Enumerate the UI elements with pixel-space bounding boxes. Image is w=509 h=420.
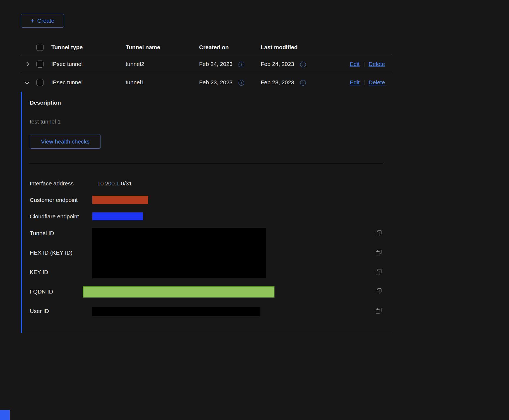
select-all-checkbox[interactable] bbox=[36, 44, 43, 51]
description-label: Description bbox=[30, 99, 61, 106]
row-actions: Edit|Delete bbox=[350, 55, 385, 73]
last-modified-info-icon[interactable]: i bbox=[300, 80, 306, 86]
header-tunnel-name: Tunnel name bbox=[126, 40, 160, 55]
edit-link[interactable]: Edit bbox=[350, 61, 360, 67]
cell-created-on: Feb 24, 2023i bbox=[199, 55, 244, 73]
actions-separator: | bbox=[363, 61, 365, 67]
cell-tunnel-name: tunnel2 bbox=[126, 55, 144, 73]
user-id-redaction bbox=[92, 307, 260, 316]
chevron-down-icon[interactable] bbox=[23, 78, 31, 86]
create-button[interactable]: + Create bbox=[21, 14, 64, 28]
fqdn-id-redaction bbox=[83, 286, 274, 298]
created-on-value: Feb 23, 2023 bbox=[199, 79, 233, 85]
row-checkbox[interactable] bbox=[36, 61, 43, 68]
edit-link[interactable]: Edit bbox=[350, 79, 360, 85]
last-modified-value: Feb 24, 2023 bbox=[261, 61, 294, 67]
ids-redaction-block bbox=[92, 228, 266, 278]
cloudflare-endpoint-label: Cloudflare endpoint bbox=[30, 213, 79, 220]
cell-tunnel-type: IPsec tunnel bbox=[51, 73, 83, 92]
user-id-label: User ID bbox=[30, 307, 49, 315]
view-health-checks-button[interactable]: View health checks bbox=[30, 135, 101, 149]
cell-last-modified: Feb 23, 2023i bbox=[261, 73, 306, 92]
copy-user-id-icon[interactable] bbox=[376, 308, 383, 315]
interface-address-label: Interface address bbox=[30, 180, 73, 187]
cell-created-on: Feb 23, 2023i bbox=[199, 73, 244, 92]
plus-icon: + bbox=[31, 17, 35, 24]
description-value: test tunnel 1 bbox=[30, 118, 61, 125]
copy-hex-id-icon[interactable] bbox=[376, 250, 383, 257]
create-button-label: Create bbox=[37, 18, 54, 24]
actions-separator: | bbox=[363, 79, 365, 85]
delete-link[interactable]: Delete bbox=[369, 61, 385, 67]
copy-fqdn-id-icon[interactable] bbox=[376, 288, 383, 295]
header-created-on: Created on bbox=[199, 40, 229, 55]
header-last-modified: Last modified bbox=[261, 40, 298, 55]
cloudflare-endpoint-redaction bbox=[92, 212, 143, 220]
cell-tunnel-name: tunnel1 bbox=[126, 73, 144, 92]
chevron-right-icon[interactable] bbox=[23, 60, 31, 68]
created-on-info-icon[interactable]: i bbox=[239, 80, 244, 86]
row-actions: Edit|Delete bbox=[350, 73, 385, 92]
last-modified-info-icon[interactable]: i bbox=[300, 62, 306, 67]
hex-id-label: HEX ID (KEY ID) bbox=[30, 249, 72, 256]
table-header: Tunnel type Tunnel name Created on Last … bbox=[21, 40, 392, 55]
key-id-label: KEY ID bbox=[30, 268, 48, 276]
copy-key-id-icon[interactable] bbox=[376, 269, 383, 276]
table-row: IPsec tunnel tunnel2 Feb 24, 2023i Feb 2… bbox=[21, 55, 392, 73]
delete-link[interactable]: Delete bbox=[369, 79, 385, 85]
cell-tunnel-type: IPsec tunnel bbox=[51, 55, 83, 73]
row-checkbox[interactable] bbox=[36, 79, 43, 86]
fqdn-id-label: FQDN ID bbox=[30, 288, 53, 295]
section-divider bbox=[30, 163, 384, 163]
scroll-corner-accent bbox=[0, 410, 10, 420]
created-on-info-icon[interactable]: i bbox=[239, 62, 244, 67]
copy-tunnel-id-icon[interactable] bbox=[376, 230, 383, 237]
customer-endpoint-redaction bbox=[92, 196, 148, 204]
tunnel-details-panel: Description test tunnel 1 View health ch… bbox=[21, 92, 392, 333]
created-on-value: Feb 24, 2023 bbox=[199, 61, 233, 67]
interface-address-value: 10.200.1.0/31 bbox=[97, 180, 132, 187]
cell-last-modified: Feb 24, 2023i bbox=[261, 55, 306, 73]
header-tunnel-type: Tunnel type bbox=[51, 40, 83, 55]
customer-endpoint-label: Customer endpoint bbox=[30, 196, 78, 204]
tunnel-id-label: Tunnel ID bbox=[30, 229, 54, 237]
table-row: IPsec tunnel tunnel1 Feb 23, 2023i Feb 2… bbox=[21, 73, 392, 92]
last-modified-value: Feb 23, 2023 bbox=[261, 79, 294, 85]
